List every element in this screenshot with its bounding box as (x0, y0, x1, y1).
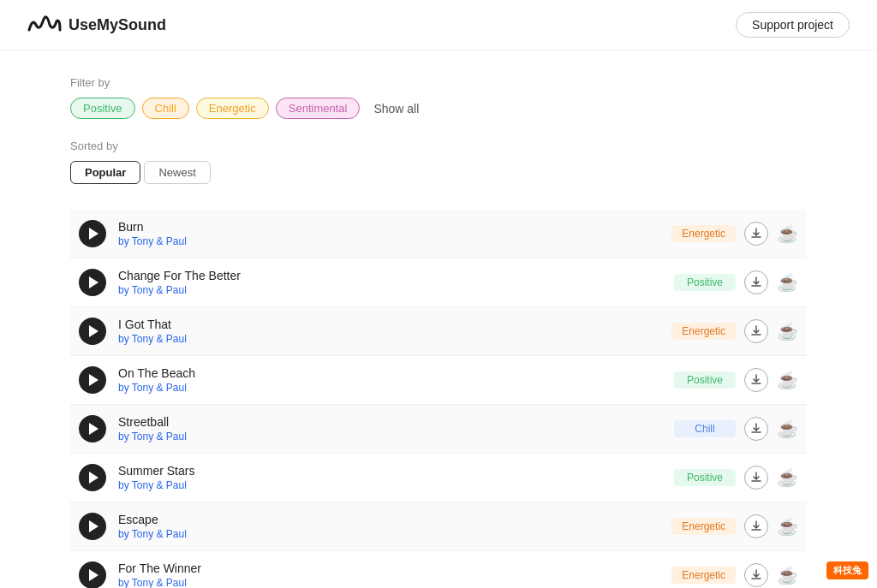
play-icon (89, 520, 98, 532)
play-button[interactable] (79, 318, 106, 345)
sort-label: Sorted by (70, 140, 807, 152)
download-icon (750, 374, 762, 386)
play-icon (89, 228, 98, 240)
track-info: Burn by Tony & Paul (118, 220, 659, 247)
logo-text: UseMySound (69, 16, 166, 34)
download-icon (750, 325, 762, 337)
track-title: Streetball (118, 415, 662, 429)
genre-badge: Positive (674, 274, 736, 291)
track-title: Escape (118, 513, 659, 526)
track-title: Summer Stars (118, 464, 662, 478)
download-button[interactable] (744, 222, 768, 246)
track-row: Change For The Better by Tony & Paul Pos… (70, 258, 807, 307)
coffee-button[interactable]: ☕ (777, 321, 798, 342)
track-row: Streetball by Tony & Paul Chill ☕ (70, 405, 807, 454)
track-actions: Energetic ☕ (671, 563, 798, 587)
track-info: Escape by Tony & Paul (118, 513, 659, 540)
coffee-button[interactable]: ☕ (777, 223, 798, 244)
track-actions: Positive ☕ (674, 368, 798, 392)
coffee-button[interactable]: ☕ (777, 565, 798, 585)
track-actions: Energetic ☕ (671, 222, 798, 246)
sort-btn-popular[interactable]: Popular (70, 161, 140, 184)
filter-section: Filter by PositiveChillEnergeticSentimen… (70, 76, 807, 119)
genre-badge: Positive (674, 469, 736, 486)
track-title: Change For The Better (118, 269, 662, 282)
watermark-badge: 科技兔 (826, 561, 868, 579)
download-icon (750, 276, 762, 288)
filter-tag-sentimental[interactable]: Sentimental (276, 98, 361, 119)
genre-badge: Energetic (671, 323, 736, 340)
filter-label: Filter by (70, 76, 807, 89)
track-artist[interactable]: by Tony & Paul (118, 577, 659, 588)
coffee-button[interactable]: ☕ (777, 467, 798, 488)
track-title: I Got That (118, 318, 659, 331)
track-row: Summer Stars by Tony & Paul Positive ☕ (70, 454, 807, 502)
play-button[interactable] (79, 561, 106, 588)
coffee-button[interactable]: ☕ (777, 272, 798, 293)
track-artist[interactable]: by Tony & Paul (118, 479, 662, 491)
download-button[interactable] (744, 270, 768, 294)
track-artist[interactable]: by Tony & Paul (118, 235, 659, 247)
coffee-button[interactable]: ☕ (777, 419, 798, 439)
coffee-button[interactable]: ☕ (777, 516, 798, 537)
sort-buttons: PopularNewest (70, 161, 807, 184)
genre-badge: Chill (674, 420, 736, 437)
download-button[interactable] (744, 417, 768, 441)
play-icon (89, 569, 98, 581)
download-icon (750, 569, 762, 581)
play-button[interactable] (79, 513, 106, 540)
filter-tags: PositiveChillEnergeticSentimentalShow al… (70, 98, 807, 119)
track-actions: Energetic ☕ (671, 319, 798, 343)
coffee-button[interactable]: ☕ (777, 370, 798, 390)
support-button[interactable]: Support project (736, 12, 850, 38)
logo-icon (27, 15, 62, 35)
track-info: On The Beach by Tony & Paul (118, 366, 662, 394)
play-button[interactable] (79, 464, 106, 491)
download-icon (750, 423, 762, 435)
track-actions: Chill ☕ (674, 417, 798, 441)
track-artist[interactable]: by Tony & Paul (118, 284, 662, 296)
track-artist[interactable]: by Tony & Paul (118, 382, 662, 394)
sort-btn-newest[interactable]: Newest (144, 161, 210, 184)
track-row: Burn by Tony & Paul Energetic ☕ (70, 210, 807, 258)
download-button[interactable] (744, 563, 768, 587)
track-artist[interactable]: by Tony & Paul (118, 333, 659, 345)
track-info: Change For The Better by Tony & Paul (118, 269, 662, 296)
track-row: Escape by Tony & Paul Energetic ☕ (70, 502, 807, 551)
sort-section: Sorted by PopularNewest (70, 140, 807, 184)
filter-tag-energetic[interactable]: Energetic (196, 98, 269, 119)
genre-badge: Positive (674, 371, 736, 389)
track-list: Burn by Tony & Paul Energetic ☕ Change F… (70, 210, 807, 588)
track-row: I Got That by Tony & Paul Energetic ☕ (70, 307, 807, 356)
download-button[interactable] (744, 466, 768, 490)
track-info: I Got That by Tony & Paul (118, 318, 659, 345)
play-button[interactable] (79, 220, 106, 247)
track-info: For The Winner by Tony & Paul (118, 561, 659, 588)
download-button[interactable] (744, 514, 768, 538)
filter-tag-chill[interactable]: Chill (142, 98, 189, 119)
play-button[interactable] (79, 269, 106, 296)
track-actions: Energetic ☕ (671, 514, 798, 538)
track-info: Summer Stars by Tony & Paul (118, 464, 662, 491)
play-icon (89, 423, 98, 435)
play-icon (89, 325, 98, 337)
genre-badge: Energetic (671, 518, 736, 535)
download-icon (750, 228, 762, 240)
play-icon (89, 276, 98, 288)
track-actions: Positive ☕ (674, 270, 798, 294)
download-icon (750, 520, 762, 532)
track-title: For The Winner (118, 561, 659, 575)
play-icon (89, 472, 98, 484)
track-title: On The Beach (118, 366, 662, 380)
track-actions: Positive ☕ (674, 466, 798, 490)
track-info: Streetball by Tony & Paul (118, 415, 662, 442)
filter-tag-showall[interactable]: Show all (367, 98, 426, 119)
play-button[interactable] (79, 415, 106, 442)
play-button[interactable] (79, 366, 106, 394)
track-artist[interactable]: by Tony & Paul (118, 431, 662, 442)
play-icon (89, 374, 98, 386)
track-artist[interactable]: by Tony & Paul (118, 528, 659, 540)
download-button[interactable] (744, 368, 768, 392)
filter-tag-positive[interactable]: Positive (70, 98, 135, 119)
download-button[interactable] (744, 319, 768, 343)
